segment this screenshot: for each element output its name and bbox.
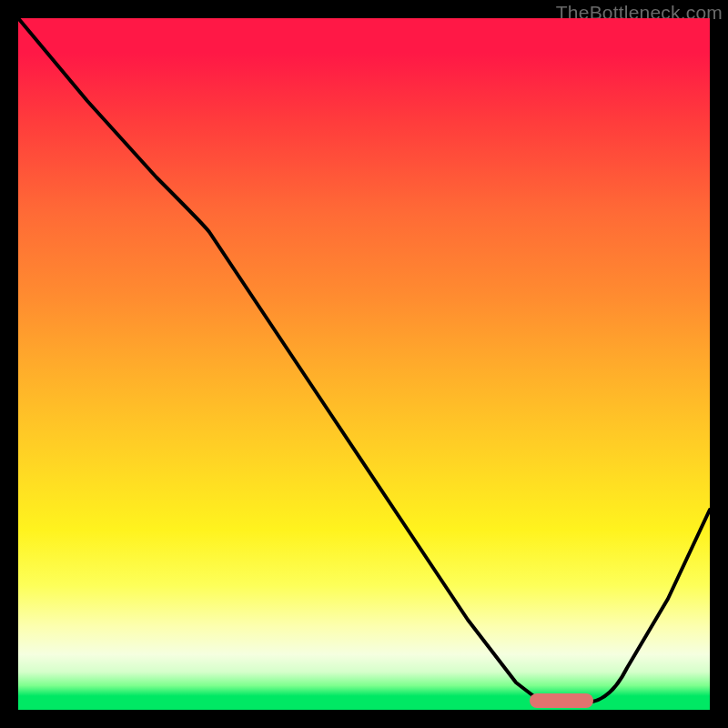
- plot-area: [18, 18, 710, 710]
- bottleneck-curve: [18, 18, 710, 710]
- curve-path: [18, 18, 710, 703]
- optimal-range-marker: [530, 693, 593, 708]
- chart-stage: TheBottleneck.com: [0, 0, 728, 728]
